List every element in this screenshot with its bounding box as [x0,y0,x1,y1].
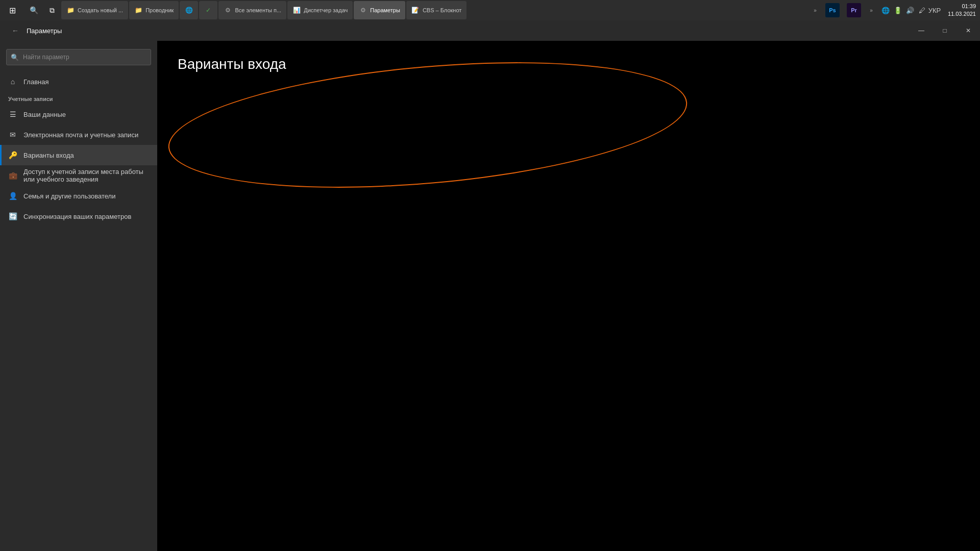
tab-folder-icon: 📁 [66,6,75,14]
sync-icon: 🔄 [8,212,17,221]
sidebar-home-label: Главная [23,78,48,86]
taskbar-pinned-apps: Ps Pr [820,1,866,19]
start-icon: ⊞ [9,6,16,15]
maximize-icon: □ [943,27,946,34]
sidebar-your-data-label: Ваши данные [23,111,66,118]
clock-date: 11.03.2021 [948,10,976,18]
apps-overflow-button[interactable]: » [866,0,876,20]
apps-overflow-icon: » [870,8,873,13]
search-icon: 🔍 [11,54,19,61]
main-content: Варианты входа [157,41,980,551]
taskview-icon: ⧉ [50,6,55,15]
window-title: Параметры [27,27,62,35]
close-button[interactable]: ✕ [957,20,980,41]
tab-explorer-icon: 📁 [134,6,142,14]
maximize-button[interactable]: □ [933,20,957,41]
tab-notepad-icon: 📝 [411,6,420,14]
start-button[interactable]: ⊞ [0,0,24,20]
volume-icon[interactable]: 🔊 [905,0,915,20]
sidebar-family-label: Семья и другие пользователи [23,192,115,200]
network-icon[interactable]: 🌐 [880,0,891,20]
taskbar-tabs: 📁 Создать новый ... 📁 Проводник 🌐 ✓ ⚙ Вс… [61,0,810,20]
tabs-overflow-button[interactable]: » [810,0,820,20]
family-icon: 👤 [8,191,17,201]
tab-notepad[interactable]: 📝 CBS – Блокнот [406,1,467,19]
sidebar-item-home[interactable]: ⌂ Главная [0,71,157,92]
tab-all-elements-label: Все элементы п... [235,7,281,13]
tab-task-manager-label: Диспетчер задач [304,7,348,13]
tab-explorer[interactable]: 📁 Проводник [129,1,179,19]
pr-icon: Pr [847,3,861,17]
sidebar-item-email[interactable]: ✉ Электронная почта и учетные записи [0,124,157,145]
minimize-button[interactable]: — [910,20,933,41]
home-icon: ⌂ [8,77,17,86]
sidebar-sync-label: Синхронизация ваших параметров [23,213,131,220]
tabs-overflow-icon: » [814,8,817,13]
sidebar-item-your-data[interactable]: ☰ Ваши данные [0,104,157,124]
taskbar: ⊞ 🔍 ⧉ 📁 Создать новый ... 📁 Проводник 🌐 … [0,0,980,20]
tab-notepad-label: CBS – Блокнот [423,7,461,13]
tab-check[interactable]: ✓ [199,1,217,19]
sign-in-icon: 🔑 [8,151,17,160]
tab-settings-icon-1: ⚙ [224,6,232,14]
clock-time: 01:39 [962,3,976,10]
window-controls: — □ ✕ [910,20,980,41]
search-input[interactable] [23,54,146,61]
back-icon: ← [12,27,19,35]
sidebar-sign-in-label: Варианты входа [23,152,74,159]
tab-explorer-label: Проводник [145,7,174,13]
sidebar-item-sync[interactable]: 🔄 Синхронизация ваших параметров [0,206,157,227]
settings-sidebar: 🔍 ⌂ Главная Учетные записи ☰ Ваши данные… [0,41,157,551]
taskbar-clock[interactable]: 01:39 11.03.2021 [944,0,980,20]
taskview-button[interactable]: ⧉ [43,0,61,20]
premiere-app[interactable]: Pr [844,1,864,19]
sidebar-section-accounts: Учетные записи [0,92,157,104]
ps-icon: Ps [825,3,840,17]
tab-settings-label: Параметры [370,7,400,13]
email-icon: ✉ [8,130,17,139]
close-icon: ✕ [966,27,971,34]
sidebar-item-family[interactable]: 👤 Семья и другие пользователи [0,186,157,206]
search-box[interactable]: 🔍 [6,49,151,65]
settings-window: ← Параметры — □ ✕ 🔍 ⌂ Главная Учетные за… [0,20,980,551]
tab-settings-icon-2: ⚙ [359,6,367,14]
minimize-icon: — [918,27,924,34]
page-title: Варианты входа [178,56,960,72]
sidebar-item-sign-in[interactable]: 🔑 Варианты входа [0,145,157,165]
sidebar-email-label: Электронная почта и учетные записи [23,131,138,139]
tab-edge[interactable]: 🌐 [180,1,198,19]
window-titlebar: ← Параметры — □ ✕ [0,20,980,41]
tab-create-new-label: Создать новый ... [78,7,123,13]
work-access-icon: 💼 [8,171,17,180]
tab-all-elements[interactable]: ⚙ Все элементы п... [218,1,286,19]
tab-edge-icon: 🌐 [185,6,193,14]
back-button[interactable]: ← [8,23,22,38]
tab-settings[interactable]: ⚙ Параметры [354,1,405,19]
taskbar-search-icon: 🔍 [30,6,38,14]
sidebar-work-access-label: Доступ к учетной записи места работы или… [23,168,149,183]
tab-check-icon: ✓ [204,6,212,14]
your-data-icon: ☰ [8,110,17,119]
keyboard-lang[interactable]: УКР [929,0,940,20]
tab-task-manager[interactable]: 📊 Диспетчер задач [287,1,353,19]
pen-icon[interactable]: 🖊 [917,0,927,20]
tab-create-new[interactable]: 📁 Создать новый ... [61,1,128,19]
tab-taskmgr-icon: 📊 [292,6,301,14]
battery-icon[interactable]: 🔋 [893,0,903,20]
taskbar-search-button[interactable]: 🔍 [24,0,43,20]
sidebar-item-work-access[interactable]: 💼 Доступ к учетной записи места работы и… [0,165,157,186]
photoshop-app[interactable]: Ps [822,1,843,19]
system-tray: 🌐 🔋 🔊 🖊 УКР [876,0,944,20]
